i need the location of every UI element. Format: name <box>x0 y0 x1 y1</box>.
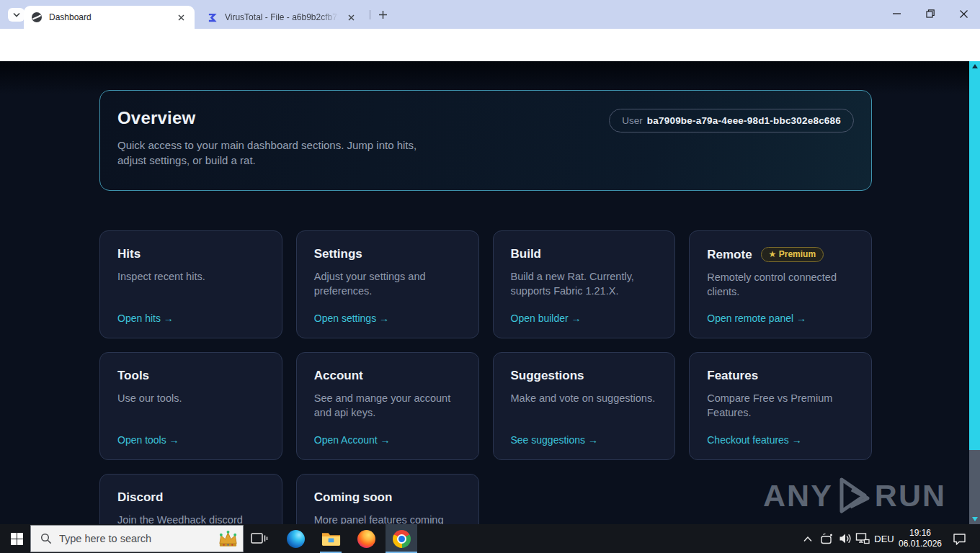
clock-date: 06.01.2026 <box>899 539 942 549</box>
globe-favicon-icon <box>31 12 43 23</box>
premium-badge: ★ Premium <box>761 247 824 262</box>
start-button[interactable] <box>0 524 33 553</box>
card-title: Remote ★ Premium <box>707 247 854 262</box>
open-tools-link[interactable]: Open tools → <box>117 434 179 446</box>
page-viewport: Overview Quick access to your main dashb… <box>0 61 980 524</box>
firefox-icon <box>357 530 375 548</box>
user-id-badge: User ba7909be-a79a-4eee-98d1-bbc302e8c68… <box>609 109 854 132</box>
new-tab-button[interactable] <box>375 7 391 22</box>
card-description: Inspect recent hits. <box>117 270 264 284</box>
taskbar-clock[interactable]: 19:16 06.01.2026 <box>896 524 945 553</box>
window-restore-button[interactable] <box>914 0 947 27</box>
edge-icon <box>287 530 305 548</box>
card-title: Features <box>707 369 854 383</box>
card-build: Build Build a new Rat. Currently, suppor… <box>493 230 676 338</box>
taskbar-explorer-button[interactable] <box>315 524 347 553</box>
chevron-up-icon <box>803 536 813 542</box>
file-explorer-icon <box>321 531 341 547</box>
chrome-icon <box>393 530 411 548</box>
page-scrollbar[interactable] <box>969 61 980 524</box>
minimize-icon <box>893 13 901 14</box>
card-features: Features Compare Free vs Premium Feature… <box>689 352 872 460</box>
card-title: Hits <box>117 247 264 261</box>
card-title: Settings <box>314 247 461 261</box>
watermark-text-any: ANY <box>763 480 833 511</box>
card-coming-soon: Coming soon More panel features coming <box>296 474 479 524</box>
plus-icon <box>378 10 388 19</box>
tab-search-button[interactable] <box>8 8 24 22</box>
dashboard-grid: Hits Inspect recent hits. Open hits → Se… <box>99 230 872 524</box>
window-close-button[interactable] <box>947 0 980 27</box>
virustotal-favicon-icon <box>208 12 218 23</box>
search-input[interactable] <box>59 533 182 544</box>
card-hits: Hits Inspect recent hits. Open hits → <box>99 230 282 338</box>
see-suggestions-link[interactable]: See suggestions → <box>511 434 598 446</box>
open-builder-link[interactable]: Open builder → <box>511 313 582 324</box>
tab-title: Dashboard <box>49 12 171 22</box>
windows-taskbar: DEU 19:16 06.01.2026 <box>0 524 980 553</box>
overview-card: Overview Quick access to your main dashb… <box>99 90 872 191</box>
open-remote-panel-link[interactable]: Open remote panel → <box>707 313 806 324</box>
close-tab-icon[interactable] <box>175 12 187 24</box>
scrollbar-up-arrow-icon[interactable] <box>972 64 978 68</box>
checkout-features-link[interactable]: Checkout features → <box>707 434 802 446</box>
card-remote: Remote ★ Premium Remotely control connec… <box>689 230 872 338</box>
crown-icon <box>217 529 239 549</box>
taskbar-search[interactable] <box>30 525 244 552</box>
watermark-text-run: RUN <box>875 480 946 511</box>
taskbar-edge-button[interactable] <box>280 524 311 553</box>
browser-toolbar: weedhack.cy/dashboard/overview <box>0 29 980 61</box>
network-icon <box>855 532 870 545</box>
card-title: Coming soon <box>314 490 461 505</box>
action-center-button[interactable] <box>943 524 975 553</box>
card-description: More panel features coming <box>314 513 461 524</box>
chevron-down-icon <box>13 12 20 17</box>
open-account-link[interactable]: Open Account → <box>314 434 391 446</box>
anyrun-logo-icon <box>833 477 875 514</box>
anyrun-watermark: ANY RUN <box>763 477 946 514</box>
taskbar-chrome-button[interactable] <box>386 524 417 553</box>
card-description: See and mange your account and api keys. <box>314 392 461 420</box>
card-title: Tools <box>117 369 264 383</box>
windows-logo-icon <box>11 533 23 545</box>
close-icon <box>960 10 968 18</box>
open-settings-link[interactable]: Open settings → <box>314 313 389 324</box>
task-view-icon <box>251 531 268 546</box>
user-id-value: ba7909be-a79a-4eee-98d1-bbc302e8c686 <box>647 115 841 126</box>
card-title-text: Remote <box>707 248 752 262</box>
notification-icon <box>953 533 966 545</box>
close-tab-icon[interactable] <box>345 12 357 24</box>
tray-app-icon <box>820 533 833 545</box>
card-description: Use our tools. <box>117 392 264 406</box>
scrollbar-down-arrow-icon[interactable] <box>972 517 978 521</box>
taskbar-firefox-button[interactable] <box>350 524 382 553</box>
card-title: Discord <box>117 490 264 505</box>
card-tools: Tools Use our tools. Open tools → <box>99 352 282 460</box>
open-hits-link[interactable]: Open hits → <box>117 313 174 324</box>
card-description: Make and vote on suggestions. <box>511 392 658 406</box>
card-title: Account <box>314 369 461 383</box>
window-minimize-button[interactable] <box>880 0 913 27</box>
card-description: Compare Free vs Premium Features. <box>707 392 854 420</box>
browser-tabstrip: Dashboard VirusTotal - File - a6b9b2cfb7… <box>0 0 980 29</box>
scrollbar-thumb[interactable] <box>969 61 980 450</box>
card-discord: Discord Join the Weedhack discord <box>99 474 282 524</box>
card-settings: Settings Adjust your settings and prefer… <box>296 230 479 338</box>
user-label: User <box>622 115 643 126</box>
search-icon <box>40 533 52 544</box>
tab-title: VirusTotal - File - a6b9b2cfb719 <box>225 12 341 22</box>
language-indicator[interactable]: DEU <box>871 524 897 553</box>
card-description: Join the Weedhack discord <box>117 513 264 524</box>
tab-divider <box>370 10 370 19</box>
clock-time: 19:16 <box>909 528 931 539</box>
tab-virustotal[interactable]: VirusTotal - File - a6b9b2cfb719 <box>200 6 365 29</box>
card-account: Account See and mange your account and a… <box>296 352 479 460</box>
page-subtitle: Quick access to your main dashboard sect… <box>117 138 435 168</box>
restore-icon <box>926 9 935 18</box>
card-description: Remotely control connected clients. <box>707 271 854 299</box>
card-title: Build <box>511 247 658 261</box>
task-view-button[interactable] <box>244 524 275 553</box>
tab-dashboard[interactable]: Dashboard <box>24 6 195 29</box>
card-suggestions: Suggestions Make and vote on suggestions… <box>493 352 676 460</box>
card-title: Suggestions <box>511 369 658 383</box>
